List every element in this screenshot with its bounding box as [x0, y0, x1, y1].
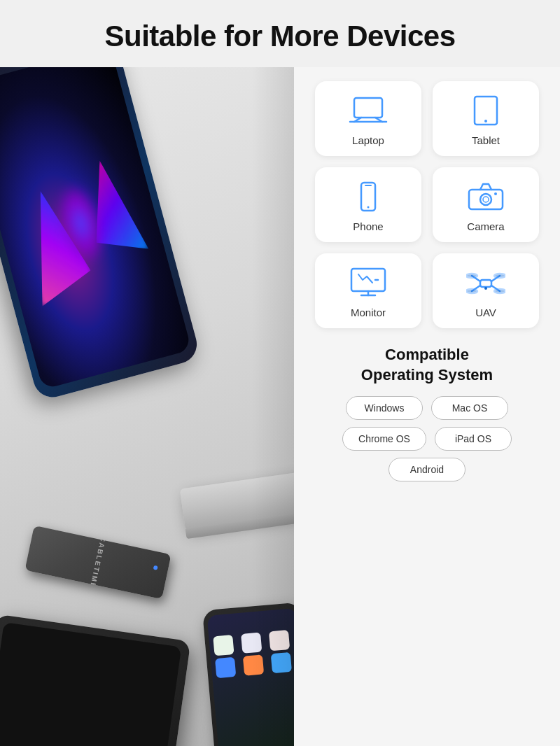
- os-row-1: Windows Mac OS: [346, 396, 508, 420]
- svg-point-11: [483, 197, 489, 202]
- os-badge-ipados: iPad OS: [435, 427, 512, 451]
- monitor-icon: [349, 267, 388, 298]
- tablet-icon: [466, 95, 505, 126]
- main-content: Laptop Tablet: [0, 67, 560, 746]
- phone2-device: [202, 602, 294, 746]
- os-row-2: Chrome OS iPad OS: [342, 427, 512, 451]
- compatible-title: CompatibleOperating System: [315, 345, 539, 385]
- os-badge-macos: Mac OS: [431, 396, 508, 420]
- app-icon-health: [213, 635, 234, 656]
- tablet-screen: [0, 622, 181, 746]
- laptop-icon: [349, 95, 388, 126]
- os-grid: Windows Mac OS Chrome OS iPad OS Android: [315, 396, 539, 481]
- page-container: Suitable for More Devices: [0, 0, 560, 746]
- uav-label: UAV: [475, 307, 496, 318]
- app-icon-store: [215, 657, 236, 678]
- monitor-label: Monitor: [351, 307, 386, 318]
- svg-point-24: [466, 289, 477, 293]
- compatible-os-section: CompatibleOperating System Windows Mac O…: [315, 345, 539, 481]
- app-icon-maps: [271, 652, 292, 673]
- device-card-phone: Phone: [315, 167, 421, 242]
- usb-led: [153, 565, 158, 570]
- svg-point-12: [494, 192, 497, 195]
- svg-point-5: [484, 120, 487, 122]
- svg-point-7: [368, 206, 370, 209]
- app-icons-grid: [207, 608, 294, 683]
- svg-rect-17: [480, 280, 491, 287]
- svg-point-22: [466, 274, 477, 278]
- left-panel: [0, 67, 294, 746]
- os-badge-windows: Windows: [346, 396, 423, 420]
- laptop-label: Laptop: [352, 134, 384, 146]
- uav-icon: [466, 267, 505, 298]
- os-badge-chromeos: Chrome OS: [342, 427, 426, 451]
- svg-point-26: [484, 287, 487, 290]
- right-panel: Laptop Tablet: [294, 67, 560, 746]
- phone-label: Phone: [353, 220, 383, 232]
- phone-icon: [349, 181, 388, 212]
- svg-point-10: [480, 194, 491, 205]
- svg-rect-0: [354, 98, 382, 118]
- device-card-laptop: Laptop: [315, 81, 421, 156]
- hub-device: [180, 472, 294, 530]
- app-icon-tv: [269, 630, 290, 651]
- camera-label: Camera: [467, 220, 504, 232]
- app-icon-app: [243, 654, 264, 675]
- device-card-monitor: Monitor: [315, 253, 421, 328]
- smartphone-device: [0, 67, 201, 402]
- header: Suitable for More Devices: [0, 0, 560, 67]
- tablet-label: Tablet: [472, 134, 500, 146]
- page-title: Suitable for More Devices: [14, 20, 546, 53]
- svg-point-25: [494, 289, 505, 293]
- device-card-uav: UAV: [433, 253, 539, 328]
- device-card-tablet: Tablet: [433, 81, 539, 156]
- camera-icon: [466, 181, 505, 212]
- svg-rect-13: [351, 269, 385, 291]
- svg-rect-9: [469, 190, 503, 209]
- tablet-device: [0, 614, 191, 746]
- device-card-camera: Camera: [433, 167, 539, 242]
- phone-screen: [0, 67, 192, 390]
- devices-grid: Laptop Tablet: [315, 81, 539, 328]
- usb-card-reader: [24, 526, 171, 599]
- svg-point-23: [494, 274, 505, 278]
- fish-illustration: [15, 143, 146, 304]
- phone2-screen: [207, 608, 294, 746]
- app-icon-home: [241, 632, 262, 653]
- os-badge-android: Android: [388, 458, 465, 481]
- os-row-3: Android: [388, 458, 465, 481]
